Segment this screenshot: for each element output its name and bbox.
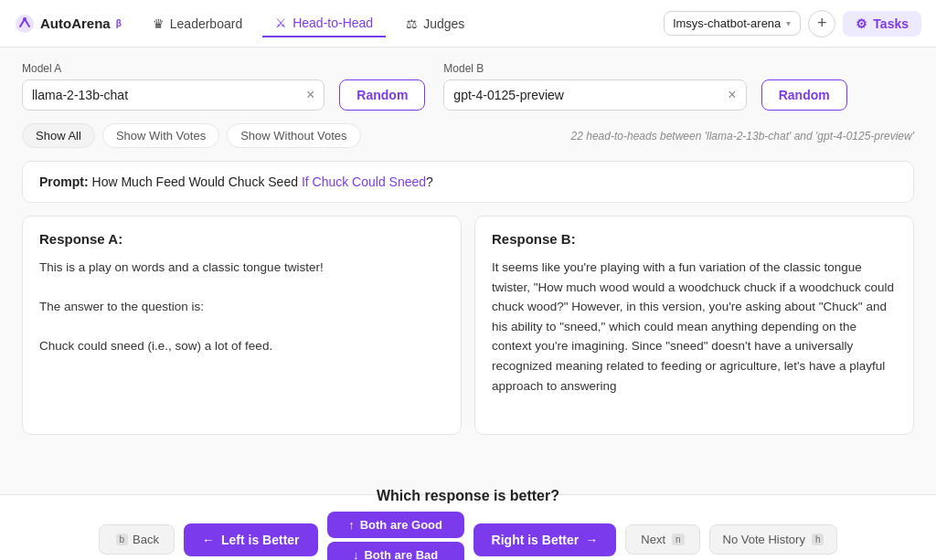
model-b-input[interactable] (444, 80, 718, 110)
app-name: AutoArena (40, 16, 111, 31)
main-content: Model A × Random Model B × Random Show A… (0, 48, 936, 560)
model-selector-row: Model A × Random Model B × Random (22, 62, 914, 111)
arrow-left-icon: ← (202, 533, 215, 547)
judge-icon: ⚖ (406, 16, 418, 31)
nav-head-to-head[interactable]: ⚔ Head-to-Head (262, 10, 386, 37)
model-a-input-wrap: × (22, 79, 324, 111)
filter-show-with-votes[interactable]: Show With Votes (102, 123, 219, 148)
arrow-right-icon: → (585, 533, 598, 547)
app-logo[interactable]: AutoArena β (15, 14, 122, 34)
model-a-label: Model A (22, 62, 425, 75)
model-a-clear-button[interactable]: × (297, 87, 324, 103)
both-bad-label: Both are Bad (364, 548, 438, 561)
gear-icon: ⚙ (856, 16, 867, 31)
right-better-label: Right is Better (492, 533, 580, 547)
history-key-badge: h (812, 534, 824, 545)
arena-select-value: lmsys-chatbot-arena (674, 16, 782, 30)
filter-show-all[interactable]: Show All (22, 123, 95, 148)
response-a-card: Response A: This is a play on words and … (22, 216, 462, 435)
both-bad-button[interactable]: ↓ Both are Bad (327, 542, 464, 561)
response-b-body: It seems like you're playing with a fun … (492, 258, 897, 396)
tasks-button[interactable]: ⚙ Tasks (843, 11, 921, 37)
nav-leaderboard[interactable]: ♛ Leaderboard (140, 11, 255, 37)
arrow-up-icon: ↑ (348, 518, 355, 532)
chevron-down-icon: ▾ (786, 18, 791, 28)
response-a-body: This is a play on words and a classic to… (39, 258, 444, 356)
left-better-button[interactable]: ← Left is Better (184, 523, 318, 556)
prompt-text-after: ? (426, 174, 433, 189)
arrow-down-icon: ↓ (353, 548, 359, 561)
left-better-label: Left is Better (221, 533, 300, 547)
both-good-label: Both are Good (360, 518, 442, 532)
response-b-title: Response B: (492, 231, 897, 247)
nav-judges[interactable]: ⚖ Judges (393, 11, 477, 37)
model-a-input[interactable] (23, 80, 297, 110)
filter-row: Show All Show With Votes Show Without Vo… (22, 123, 914, 148)
crown-icon: ♛ (153, 16, 165, 31)
model-b-label: Model B (443, 62, 846, 75)
nav-head-to-head-label: Head-to-Head (292, 16, 373, 30)
prompt-text-highlight: If Chuck Could Sneed (302, 174, 426, 189)
nav-leaderboard-label: Leaderboard (170, 16, 242, 31)
swords-icon: ⚔ (275, 16, 287, 30)
model-b-clear-button[interactable]: × (718, 87, 745, 103)
vote-history-label: No Vote History (723, 533, 805, 546)
bottom-bar: Which response is better? b Back ← Left … (0, 494, 936, 560)
back-label: Back (133, 533, 159, 546)
response-a-title: Response A: (39, 231, 444, 247)
response-b-card: Response B: It seems like you're playing… (474, 216, 914, 435)
model-b-random-button[interactable]: Random (761, 79, 847, 111)
next-button[interactable]: Next n (625, 524, 699, 555)
next-key-badge: n (672, 534, 685, 545)
back-key-badge: b (116, 534, 129, 545)
logo-icon (15, 14, 35, 34)
model-b-group: Model B × Random (443, 62, 846, 111)
prompt-text-before: How Much Feed Would Chuck Seed (92, 174, 302, 189)
back-button[interactable]: b Back (99, 524, 175, 555)
navbar: AutoArena β ♛ Leaderboard ⚔ Head-to-Head… (0, 0, 936, 48)
model-a-group: Model A × Random (22, 62, 425, 111)
tasks-label: Tasks (873, 16, 909, 31)
prompt-box: Prompt: How Much Feed Would Chuck Seed I… (22, 161, 914, 203)
add-button[interactable]: + (808, 10, 835, 37)
vote-buttons-row: b Back ← Left is Better ↑ Both are Good … (99, 512, 838, 561)
vote-history-button[interactable]: No Vote History h (709, 524, 838, 555)
right-better-button[interactable]: Right is Better → (473, 523, 617, 556)
nav-judges-label: Judges (423, 16, 464, 31)
filter-info: 22 head-to-heads between 'llama-2-13b-ch… (571, 130, 914, 143)
app-beta: β (116, 18, 122, 28)
both-good-button[interactable]: ↑ Both are Good (327, 512, 464, 538)
svg-point-1 (23, 17, 27, 21)
responses-row: Response A: This is a play on words and … (22, 216, 914, 435)
prompt-label: Prompt: (39, 174, 89, 189)
both-buttons-stack: ↑ Both are Good ↓ Both are Bad (327, 512, 464, 561)
filter-show-without-votes[interactable]: Show Without Votes (227, 123, 360, 148)
vote-question: Which response is better? (377, 488, 559, 504)
model-a-random-button[interactable]: Random (339, 79, 425, 111)
model-b-input-wrap: × (443, 79, 746, 111)
arena-select[interactable]: lmsys-chatbot-arena ▾ (664, 11, 802, 36)
next-label: Next (641, 533, 665, 546)
